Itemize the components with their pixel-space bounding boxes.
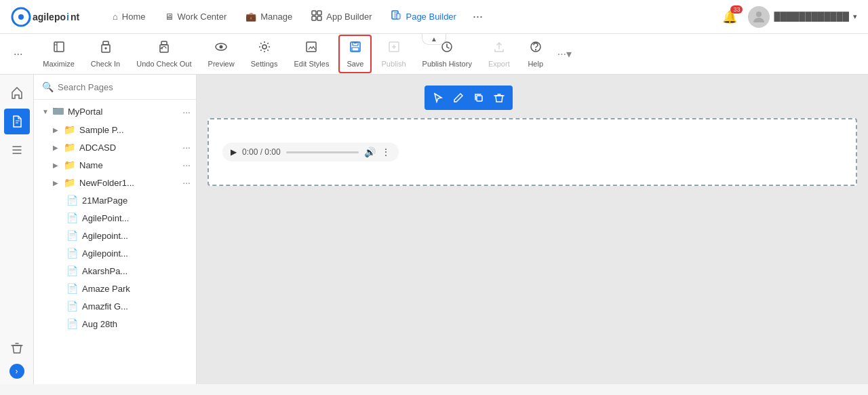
page-icon <box>391 10 401 21</box>
name-dots-button[interactable]: ··· <box>182 159 191 170</box>
myportal-dots-button[interactable]: ··· <box>182 107 191 117</box>
widget-select-button[interactable] <box>429 88 448 107</box>
help-icon <box>529 40 542 57</box>
nav-pagebuilder-label: Page Builder <box>406 12 456 22</box>
list-sidebar-icon <box>10 143 24 157</box>
adcasd-folder-icon: 📁 <box>64 142 75 153</box>
top-nav: agilepo i nt ⌂ Home 🖥 Work Center 💼 Mana… <box>0 0 868 34</box>
maximize-button[interactable]: Maximize <box>36 36 81 72</box>
tree-item-samplep[interactable]: ▶ 📁 Sample P... <box>34 121 196 138</box>
newfolder1-dots-button[interactable]: ··· <box>182 177 191 188</box>
aug28th-label: Aug 28th <box>82 319 191 329</box>
export-button[interactable]: Export <box>481 36 517 72</box>
nav-pagebuilder[interactable]: Page Builder <box>382 6 464 27</box>
newfolder1-folder-icon: 📁 <box>64 177 75 188</box>
name-arrow-icon: ▶ <box>53 162 61 169</box>
svg-rect-12 <box>54 42 64 52</box>
nav-more-button[interactable]: ··· <box>467 7 488 26</box>
maximize-label: Maximize <box>43 60 74 68</box>
agilepoint2-label: Agilepoint... <box>82 231 191 241</box>
volume-icon[interactable]: 🔊 <box>364 147 376 157</box>
toolbar-extra-more[interactable]: ··· <box>8 45 28 63</box>
tree-item-aug28th[interactable]: 📄 Aug 28th <box>34 315 196 333</box>
tree-item-akarshpa[interactable]: 📄 AkarshPa... <box>34 262 196 280</box>
collapse-sidebar-button[interactable]: › <box>9 364 24 379</box>
tree-item-agilepoint1[interactable]: 📄 AgilePoint... <box>34 209 196 227</box>
widget-duplicate-button[interactable] <box>469 88 488 107</box>
tree-item-myportal[interactable]: ▼ MyPortal ··· <box>34 102 196 121</box>
sidebar-list-button[interactable] <box>4 137 30 163</box>
adcasd-dots-button[interactable]: ··· <box>182 142 191 153</box>
sidebar-pages-button[interactable] <box>4 109 30 134</box>
nav-workcenter[interactable]: 🖥 Work Center <box>157 7 235 26</box>
logo-image: agilepo i nt <box>11 7 85 27</box>
checkin-icon <box>99 40 113 57</box>
manage-nav-icon: 💼 <box>245 12 256 22</box>
publish-button[interactable]: Publish <box>374 36 412 72</box>
tree-item-21marpage[interactable]: 📄 21MarPage <box>34 191 196 209</box>
tree-item-newfolder1[interactable]: ▶ 📁 NewFolder1... ··· <box>34 174 196 191</box>
widget-edit-button[interactable] <box>449 88 468 107</box>
nav-manage[interactable]: 💼 Manage <box>237 7 300 26</box>
undocheckout-button[interactable]: Undo Check Out <box>130 36 198 72</box>
agilepoint3-label: Agilepoint... <box>82 248 191 259</box>
svg-rect-27 <box>53 108 64 115</box>
tree-item-agilepoint2[interactable]: 📄 Agilepoint... <box>34 227 196 244</box>
settings-button[interactable]: Settings <box>244 36 285 72</box>
home-nav-icon: ⌂ <box>113 12 118 22</box>
collapse-nav-button[interactable]: ▲ <box>422 34 446 45</box>
akarshpa-label: AkarshPa... <box>82 266 191 276</box>
trash-sidebar-icon <box>10 341 24 355</box>
newfolder1-arrow-icon: ▶ <box>53 179 61 187</box>
help-button[interactable]: Help <box>519 36 552 72</box>
nav-items: ⌂ Home 🖥 Work Center 💼 Manage App Builde… <box>104 6 714 27</box>
user-area[interactable]: ████████████ ▾ <box>748 6 857 28</box>
svg-rect-10 <box>397 14 400 19</box>
tree-item-amazfitg[interactable]: 📄 Amazfit G... <box>34 297 196 315</box>
logo: agilepo i nt <box>11 7 85 27</box>
adcasd-arrow-icon: ▶ <box>53 144 61 151</box>
notification-button[interactable]: 🔔 33 <box>719 7 740 27</box>
newfolder1-label: NewFolder1... <box>79 178 180 188</box>
checkin-button[interactable]: Check In <box>84 36 127 72</box>
toolbar-end-more[interactable]: ···▾ <box>557 48 572 60</box>
avatar-icon <box>751 9 767 25</box>
appbuilder-nav-icon <box>311 10 322 23</box>
svg-rect-23 <box>352 48 359 51</box>
media-widget: ▶ 0:00 / 0:00 🔊 ⋮ <box>208 118 857 186</box>
file-panel: 🔍 ▼ MyPortal ··· ▶ 📁 Sample P. <box>34 75 197 384</box>
media-more-button[interactable]: ⋮ <box>381 147 391 157</box>
play-button[interactable]: ▶ <box>231 147 237 157</box>
samplep-arrow-icon: ▶ <box>53 126 61 134</box>
tree-item-adcasd[interactable]: ▶ 📁 ADCASD ··· <box>34 138 196 156</box>
nav-appbuilder[interactable]: App Builder <box>303 6 380 27</box>
publish-icon <box>387 40 401 57</box>
21marpage-page-icon: 📄 <box>66 195 78 206</box>
pagebuilder-nav-icon <box>391 10 401 23</box>
sidebar-trash-button[interactable] <box>4 335 30 361</box>
svg-rect-28 <box>477 96 482 101</box>
editstyles-button[interactable]: Edit Styles <box>287 36 336 72</box>
svg-text:agilepo: agilepo <box>33 12 66 22</box>
tree-item-agilepoint3[interactable]: 📄 Agilepoint... <box>34 244 196 262</box>
tree-item-amazepark[interactable]: 📄 Amaze Park <box>34 280 196 297</box>
save-button[interactable]: Save <box>338 35 372 73</box>
progress-bar[interactable] <box>286 151 359 153</box>
agilepoint1-page-icon: 📄 <box>66 212 78 223</box>
widget-delete-button[interactable] <box>490 88 509 107</box>
adcasd-label: ADCASD <box>79 143 180 153</box>
duplicate-widget-icon <box>473 92 484 103</box>
preview-button[interactable]: Preview <box>201 36 241 72</box>
tree-item-name[interactable]: ▶ 📁 Name ··· <box>34 156 196 174</box>
search-input[interactable] <box>58 82 188 92</box>
save-label: Save <box>347 60 363 68</box>
nav-home[interactable]: ⌂ Home <box>104 7 154 26</box>
pages-sidebar-icon <box>10 115 24 128</box>
preview-label: Preview <box>208 60 235 68</box>
publish-label: Publish <box>381 60 406 68</box>
amazfitg-page-icon: 📄 <box>66 301 78 312</box>
samplep-folder-icon: 📁 <box>64 124 75 135</box>
sidebar-home-button[interactable] <box>4 80 30 106</box>
svg-rect-6 <box>317 11 321 15</box>
undocheckout-label: Undo Check Out <box>136 60 191 68</box>
